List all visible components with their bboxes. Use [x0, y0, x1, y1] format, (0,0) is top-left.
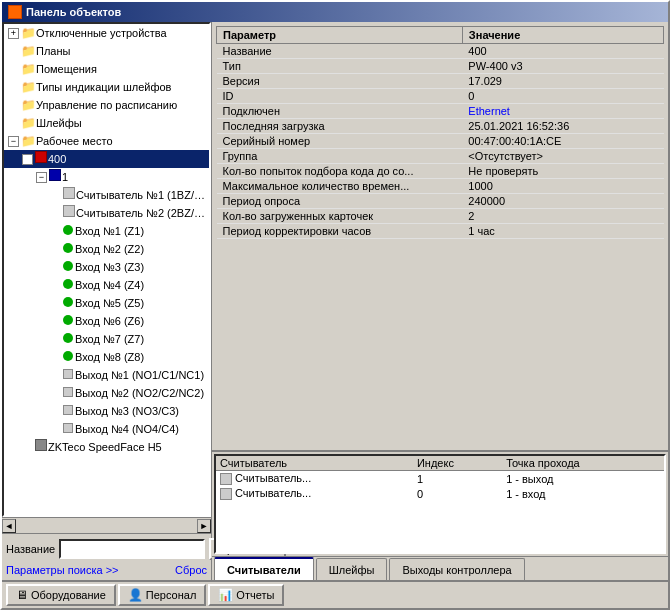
tree-item-out1[interactable]: Выход №1 (NO1/C1/NC1) [4, 366, 209, 384]
reports-icon: 📊 [218, 588, 233, 602]
tree-item-label: Вход №4 (Z4) [75, 277, 144, 293]
tree-item-label: Вход №8 (Z8) [75, 349, 144, 365]
tree-icon [63, 223, 75, 239]
reader-index: 0 [413, 486, 502, 501]
tree-item-indication[interactable]: 📁Типы индикации шлейфов [4, 78, 209, 96]
tree-item-speedface[interactable]: ZKTeco SpeedFace H5 [4, 438, 209, 456]
tree-item-node1[interactable]: −1 [4, 168, 209, 186]
prop-param: Кол-во попыток подбора кода до со... [217, 164, 463, 179]
scroll-left-btn[interactable]: ◄ [2, 519, 16, 533]
table-row: ТипPW-400 v3 [217, 59, 664, 74]
tree-icon: 📁 [21, 115, 36, 131]
tree-item-workplace[interactable]: −📁Рабочее место [4, 132, 209, 150]
prop-value: Не проверять [462, 164, 663, 179]
reader-index: 1 [413, 471, 502, 487]
reports-button[interactable]: 📊 Отчеты [208, 584, 284, 606]
tree-icon [63, 313, 75, 329]
expand-btn-node1[interactable]: − [36, 172, 47, 183]
prop-value: 0 [462, 89, 663, 104]
prop-value: 25.01.2021 16:52:36 [462, 119, 663, 134]
prop-value: 17.029 [462, 74, 663, 89]
tree-item-label: Вход №5 (Z5) [75, 295, 144, 311]
scroll-right-btn[interactable]: ► [197, 519, 211, 533]
properties-area: Параметр Значение Название400ТипPW-400 v… [212, 22, 668, 450]
tree-icon [35, 151, 48, 167]
tree-item-label: Вход №6 (Z6) [75, 313, 144, 329]
tab-zones_tab[interactable]: Шлейфы [316, 558, 388, 580]
readers-col-reader: Считыватель [216, 456, 413, 471]
tree-item-in6[interactable]: Вход №6 (Z6) [4, 312, 209, 330]
tree-item-in1[interactable]: Вход №1 (Z1) [4, 222, 209, 240]
equipment-button[interactable]: 🖥 Оборудование [6, 584, 116, 606]
tree-icon [63, 331, 75, 347]
prop-param: Версия [217, 74, 463, 89]
tree-item-disconnected[interactable]: +📁Отключенные устройства [4, 24, 209, 42]
tree-area[interactable]: +📁Отключенные устройства📁Планы📁Помещения… [2, 22, 211, 517]
prop-param: Последняя загрузка [217, 119, 463, 134]
tree-item-in7[interactable]: Вход №7 (Z7) [4, 330, 209, 348]
prop-value: 400 [462, 44, 663, 59]
bottom-tabs: СчитывателиШлейфыВыходы контроллера [212, 556, 668, 580]
tree-icon [63, 385, 75, 401]
tree-icon [63, 277, 75, 293]
tree-item-label: Отключенные устройства [36, 25, 167, 41]
tree-item-out3[interactable]: Выход №3 (NO3/C3) [4, 402, 209, 420]
tree-item-in3[interactable]: Вход №3 (Z3) [4, 258, 209, 276]
personnel-button[interactable]: 👤 Персонал [118, 584, 207, 606]
prop-value: <Отсутствует> [462, 149, 663, 164]
tree-item-label: Вход №3 (Z3) [75, 259, 144, 275]
name-input[interactable] [59, 539, 205, 559]
tree-item-in4[interactable]: Вход №4 (Z4) [4, 276, 209, 294]
right-bottom: Считыватель Индекс Точка прохода Считыва… [212, 450, 668, 580]
tree-icon [63, 259, 75, 275]
prop-value: 00:47:00:40:1A:CE [462, 134, 663, 149]
reset-link[interactable]: Сброс [175, 564, 207, 576]
table-row[interactable]: Считыватель...01 - вход [216, 486, 664, 501]
window-toolbar: 🖥 Оборудование 👤 Персонал 📊 Отчеты [2, 580, 668, 608]
tree-item-reader2[interactable]: Считыватель №2 (2BZ/2GN/2RD/2D1/2D [4, 204, 209, 222]
tree-item-reader1[interactable]: Считыватель №1 (1BZ/1GN/1RD/1D1/1D [4, 186, 209, 204]
expand-btn-workplace[interactable]: − [8, 136, 19, 147]
horiz-scroll[interactable]: ◄ ► [2, 517, 211, 533]
expand-btn-disconnected[interactable]: + [8, 28, 19, 39]
tree-item-in2[interactable]: Вход №2 (Z2) [4, 240, 209, 258]
tree-icon [63, 367, 75, 383]
tree-item-dev400[interactable]: −400 [4, 150, 209, 168]
equipment-label: Оборудование [31, 589, 106, 601]
tab-readers[interactable]: Считыватели [214, 557, 314, 580]
tree-item-premises[interactable]: 📁Помещения [4, 60, 209, 78]
table-row: ID0 [217, 89, 664, 104]
prop-param: Период корректировки часов [217, 224, 463, 239]
table-row: Период опроса240000 [217, 194, 664, 209]
reports-label: Отчеты [236, 589, 274, 601]
tree-item-plans[interactable]: 📁Планы [4, 42, 209, 60]
prop-value: 1000 [462, 179, 663, 194]
tree-item-label: Вход №1 (Z1) [75, 223, 144, 239]
search-row: Параметры поиска >> Сброс [6, 564, 207, 576]
tree-icon: 📁 [21, 97, 36, 113]
expand-btn-dev400[interactable]: − [22, 154, 33, 165]
tree-icon: 📁 [21, 25, 36, 41]
table-row: Период корректировки часов1 час [217, 224, 664, 239]
tree-icon [63, 241, 75, 257]
tree-item-out4[interactable]: Выход №4 (NO4/C4) [4, 420, 209, 438]
table-row[interactable]: Считыватель...11 - выход [216, 471, 664, 487]
tree-icon [63, 205, 76, 221]
tree-item-schedule[interactable]: 📁Управление по расписанию [4, 96, 209, 114]
tree-item-zones[interactable]: 📁Шлейфы [4, 114, 209, 132]
prop-value[interactable]: Ethernet [462, 104, 663, 119]
tab-outputs[interactable]: Выходы контроллера [389, 558, 524, 580]
search-params-link[interactable]: Параметры поиска >> [6, 564, 119, 576]
table-row: Кол-во попыток подбора кода до со...Не п… [217, 164, 664, 179]
scroll-track [16, 521, 197, 531]
tree-item-label: Считыватель №2 (2BZ/2GN/2RD/2D1/2D [76, 205, 209, 221]
personnel-icon: 👤 [128, 588, 143, 602]
equipment-icon: 🖥 [16, 588, 28, 602]
tree-item-in5[interactable]: Вход №5 (Z5) [4, 294, 209, 312]
readers-table-area[interactable]: Считыватель Индекс Точка прохода Считыва… [214, 454, 666, 554]
tree-item-in8[interactable]: Вход №8 (Z8) [4, 348, 209, 366]
title-bar: Панель объектов [2, 2, 668, 22]
tree-item-out2[interactable]: Выход №2 (NO2/C2/NC2) [4, 384, 209, 402]
tree-item-label: Типы индикации шлейфов [36, 79, 171, 95]
prop-param: Максимальное количество времен... [217, 179, 463, 194]
